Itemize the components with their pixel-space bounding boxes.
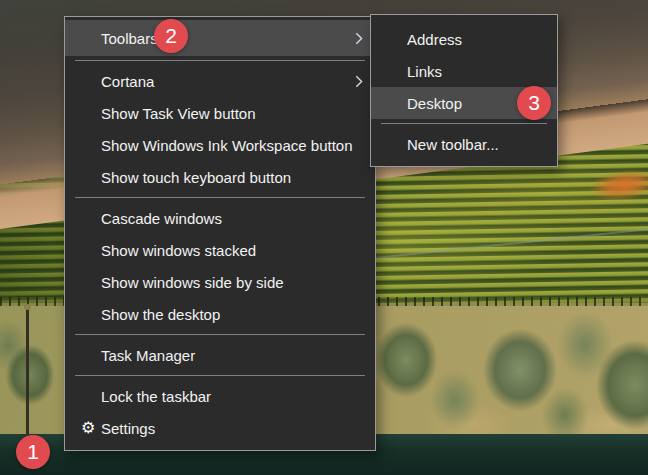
- fence-post: [26, 308, 29, 436]
- menu-item-label: Toolbars: [101, 30, 347, 47]
- menu-item-label: Show windows side by side: [101, 274, 363, 291]
- submenu-item-links[interactable]: Links: [371, 55, 557, 87]
- menu-item-label: Show windows stacked: [101, 242, 363, 259]
- menu-item-show-touch-keyboard-button[interactable]: Show touch keyboard button: [65, 161, 375, 193]
- menu-item-label: Lock the taskbar: [101, 388, 363, 405]
- menu-item-show-the-desktop[interactable]: Show the desktop: [65, 298, 375, 330]
- menu-item-label: New toolbar...: [407, 136, 545, 153]
- menu-item-lock-the-taskbar[interactable]: Lock the taskbar: [65, 380, 375, 412]
- menu-item-label: Task Manager: [101, 347, 363, 364]
- annotation-badge-3: 3: [517, 86, 551, 120]
- submenu-item-new-toolbar[interactable]: New toolbar...: [371, 128, 557, 160]
- menu-separator: [75, 375, 365, 376]
- menu-item-task-manager[interactable]: Task Manager: [65, 339, 375, 371]
- menu-separator: [75, 334, 365, 335]
- menu-item-label: Show touch keyboard button: [101, 169, 363, 186]
- menu-item-label: Show the desktop: [101, 306, 363, 323]
- menu-item-label: Show Windows Ink Workspace button: [101, 137, 363, 154]
- menu-separator: [75, 197, 365, 198]
- submenu-item-address[interactable]: Address: [371, 23, 557, 55]
- menu-item-label: Cascade windows: [101, 210, 363, 227]
- menu-item-cascade-windows[interactable]: Cascade windows: [65, 202, 375, 234]
- menu-item-show-task-view-button[interactable]: Show Task View button: [65, 97, 375, 129]
- menu-separator: [381, 123, 547, 124]
- menu-item-settings[interactable]: ⚙ Settings: [65, 412, 375, 444]
- chevron-right-icon: [355, 32, 363, 45]
- annotation-badge-2: 2: [154, 19, 188, 53]
- menu-item-toolbars[interactable]: Toolbars: [65, 20, 375, 56]
- menu-item-show-windows-ink-workspace-button[interactable]: Show Windows Ink Workspace button: [65, 129, 375, 161]
- screenshot-stage: Toolbars Cortana Show Task View button S…: [0, 0, 648, 475]
- gear-icon: ⚙: [81, 420, 95, 436]
- menu-item-label: Settings: [101, 420, 363, 437]
- menu-item-show-windows-side-by-side[interactable]: Show windows side by side: [65, 266, 375, 298]
- chevron-right-icon: [355, 75, 363, 88]
- menu-item-label: Show Task View button: [101, 105, 363, 122]
- menu-item-show-windows-stacked[interactable]: Show windows stacked: [65, 234, 375, 266]
- menu-item-label: Address: [407, 31, 545, 48]
- menu-item-label: Cortana: [101, 73, 347, 90]
- annotation-badge-1: 1: [16, 435, 50, 469]
- menu-item-cortana[interactable]: Cortana: [65, 65, 375, 97]
- menu-separator: [75, 60, 365, 61]
- taskbar-context-menu: Toolbars Cortana Show Task View button S…: [64, 16, 376, 451]
- menu-item-label: Links: [407, 63, 545, 80]
